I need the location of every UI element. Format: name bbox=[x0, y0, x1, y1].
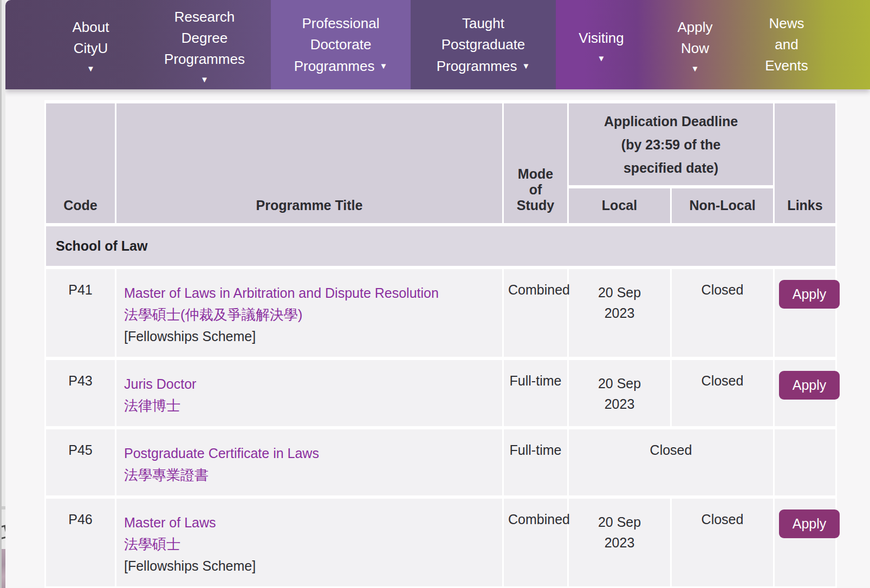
nav-item-label-wrap: Apply Now▼ bbox=[677, 17, 712, 73]
fellowships-scheme-note: [Fellowships Scheme] bbox=[124, 555, 498, 577]
column-header-code: Code bbox=[46, 103, 115, 223]
divider bbox=[2, 506, 5, 509]
chevron-down-icon: ▼ bbox=[522, 61, 530, 70]
programme-title-chinese-link[interactable]: 法學專業證書 bbox=[124, 464, 498, 486]
apply-button[interactable]: Apply bbox=[779, 371, 840, 400]
nav-item-label: Professional Doctorate Programmes bbox=[294, 15, 380, 74]
links-cell bbox=[775, 429, 835, 495]
programme-title-cell: Juris Doctor 法律博士 bbox=[116, 360, 502, 426]
non-local-deadline: Closed bbox=[672, 499, 773, 586]
non-local-deadline: Closed bbox=[672, 269, 773, 357]
nav-item-apply[interactable]: Apply Now▼ bbox=[647, 0, 743, 89]
fellowships-scheme-note: [Fellowships Scheme] bbox=[124, 325, 498, 347]
programme-title-link[interactable]: Master of Laws in Arbitration and Disput… bbox=[124, 282, 449, 304]
local-deadline: 20 Sep 2023 bbox=[569, 499, 670, 586]
column-header-application-deadline: Application Deadline (by 23:59 of the sp… bbox=[569, 103, 773, 185]
nav-item-label-wrap: About CityU▼ bbox=[73, 17, 109, 73]
programmes-table: Code Programme Title Mode of Study Appli… bbox=[44, 100, 837, 588]
mode-of-study-value: Full-time bbox=[504, 429, 567, 495]
nav-item-label: About CityU bbox=[73, 19, 109, 56]
section-row: School of Law bbox=[46, 226, 835, 266]
table-row: P45 Postgraduate Certificate in Laws 法學專… bbox=[46, 429, 835, 495]
links-cell: Apply bbox=[775, 499, 835, 586]
section-title: School of Law bbox=[46, 226, 835, 266]
chevron-down-icon: ▼ bbox=[379, 61, 387, 70]
apply-button[interactable]: Apply bbox=[779, 509, 840, 538]
nav-item-label: Research Degree Programmes bbox=[164, 9, 245, 67]
nav-item-about[interactable]: About CityU▼ bbox=[43, 0, 138, 89]
nav-item-taught[interactable]: Taught Postgraduate Programmes▼ bbox=[411, 0, 556, 89]
table-row: P43 Juris Doctor 法律博士 Full-time 20 Sep 2… bbox=[46, 360, 835, 426]
nav-item-label: News and Events bbox=[765, 15, 808, 74]
local-deadline: 20 Sep 2023 bbox=[569, 360, 670, 426]
deadline-date: 20 Sep 2023 bbox=[594, 282, 645, 323]
chevron-down-icon: ▼ bbox=[73, 64, 109, 73]
window-edge-strip bbox=[0, 0, 5, 588]
nav-item-professional[interactable]: Professional Doctorate Programmes▼ bbox=[271, 0, 411, 89]
programme-title-chinese-link[interactable]: 法學碩士(仲裁及爭議解決學) bbox=[124, 304, 498, 325]
mode-of-study-value: Full-time bbox=[504, 360, 567, 426]
nav-item-label-wrap: Taught Postgraduate Programmes▼ bbox=[437, 13, 530, 77]
nav-item-visiting[interactable]: Visiting▼ bbox=[556, 0, 647, 89]
page: About CityU▼ Research Degree Programmes▼… bbox=[0, 0, 870, 588]
chevron-down-icon: ▼ bbox=[677, 64, 712, 73]
programme-title-cell: Master of Laws 法學碩士 [Fellowships Scheme] bbox=[116, 499, 502, 586]
links-cell: Apply bbox=[775, 269, 835, 357]
programme-title-chinese-link[interactable]: 法學碩士 bbox=[124, 533, 498, 555]
deadline-date: 20 Sep 2023 bbox=[594, 373, 645, 414]
programme-title-cell: Postgraduate Certificate in Laws 法學專業證書 bbox=[116, 429, 502, 495]
table-row: P46 Master of Laws 法學碩士 [Fellowships Sch… bbox=[46, 499, 835, 586]
deadline-merged: Closed bbox=[569, 429, 773, 495]
nav-item-label-wrap: Professional Doctorate Programmes▼ bbox=[294, 13, 388, 77]
table-row: P41 Master of Laws in Arbitration and Di… bbox=[46, 269, 835, 357]
programme-title-chinese-link[interactable]: 法律博士 bbox=[124, 395, 498, 416]
nav-item-label-wrap: Research Degree Programmes▼ bbox=[164, 6, 245, 83]
non-local-deadline: Closed bbox=[672, 360, 773, 426]
programme-code: P43 bbox=[46, 360, 115, 426]
column-header-programme-title: Programme Title bbox=[116, 103, 502, 223]
nav-item-research[interactable]: Research Degree Programmes▼ bbox=[138, 0, 271, 89]
apply-button[interactable]: Apply bbox=[779, 280, 840, 309]
programme-title-link[interactable]: Postgraduate Certificate in Laws bbox=[124, 442, 449, 464]
mode-of-study-value: Combined bbox=[504, 269, 567, 357]
programme-title-link[interactable]: Master of Laws bbox=[124, 512, 449, 533]
column-header-links: Links bbox=[775, 103, 835, 223]
nav-item-label: Apply Now bbox=[677, 19, 712, 56]
programme-title-cell: Master of Laws in Arbitration and Disput… bbox=[116, 269, 502, 357]
nav-item-label-wrap: News and Events bbox=[765, 13, 808, 76]
links-cell: Apply bbox=[775, 360, 835, 426]
column-header-local: Local bbox=[569, 188, 670, 223]
programme-code: P46 bbox=[46, 499, 115, 586]
chevron-down-icon: ▼ bbox=[164, 75, 245, 83]
column-header-mode-of-study: Mode of Study bbox=[504, 103, 567, 223]
nav-spacer bbox=[5, 0, 43, 89]
nav-item-label: Visiting bbox=[579, 30, 624, 46]
programme-code: P45 bbox=[46, 429, 115, 495]
programme-table-body: School of Law P41 Master of Laws in Arbi… bbox=[46, 226, 835, 586]
local-deadline: 20 Sep 2023 bbox=[569, 269, 670, 357]
programme-code: P41 bbox=[46, 269, 115, 357]
mode-of-study-value: Combined bbox=[504, 499, 567, 586]
column-header-non-local: Non-Local bbox=[672, 188, 773, 223]
nav-item-news[interactable]: News and Events bbox=[743, 0, 830, 89]
main-nav: About CityU▼ Research Degree Programmes▼… bbox=[5, 0, 870, 89]
nav-item-label-wrap: Visiting▼ bbox=[579, 28, 624, 62]
partial-widget-icon bbox=[0, 525, 5, 540]
deadline-date: 20 Sep 2023 bbox=[594, 512, 645, 553]
partial-image bbox=[2, 549, 5, 588]
nav-item-label: Taught Postgraduate Programmes bbox=[437, 15, 525, 74]
programme-title-link[interactable]: Juris Doctor bbox=[124, 373, 449, 395]
chevron-down-icon: ▼ bbox=[579, 54, 624, 62]
programmes-table-container: Code Programme Title Mode of Study Appli… bbox=[44, 100, 829, 588]
